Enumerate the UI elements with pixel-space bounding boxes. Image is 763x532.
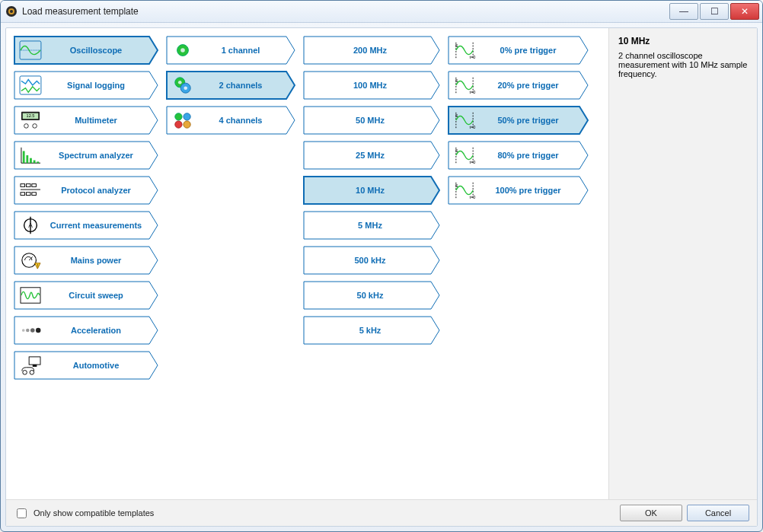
option-label: 200 MHz: [312, 46, 428, 55]
option-label: Current measurements: [46, 221, 146, 230]
svg-point-44: [30, 328, 35, 333]
signal-logging-icon: [18, 75, 43, 96]
svg-text:12.5: 12.5: [27, 113, 35, 118]
spectrum-analyzer-icon: [18, 145, 43, 166]
option-label: 0% pre trigger: [480, 46, 576, 55]
option-pt100[interactable]: s t=0 100% pre trigger: [448, 176, 589, 205]
option-acceleration[interactable]: Acceleration: [14, 316, 158, 345]
option-oscilloscope[interactable]: Oscilloscope: [14, 36, 158, 65]
svg-point-2: [10, 10, 13, 13]
svg-point-63: [184, 121, 190, 128]
svg-rect-19: [30, 158, 32, 164]
option-pt20[interactable]: s t=0 20% pre trigger: [448, 71, 589, 100]
svg-text:t=0: t=0: [470, 160, 476, 164]
svg-text:t=0: t=0: [470, 195, 476, 199]
option-label: Automotive: [46, 361, 146, 370]
svg-rect-40: [21, 288, 40, 303]
svg-rect-25: [32, 184, 37, 187]
mains-power-icon: !: [18, 250, 43, 271]
svg-point-12: [24, 124, 29, 129]
category-column: Oscilloscope Signal logging 12.5 Multime…: [14, 36, 158, 492]
current-measurements-icon: A: [18, 215, 43, 236]
svg-rect-47: [29, 357, 40, 365]
svg-rect-21: [37, 161, 39, 163]
option-5khz[interactable]: 5 kHz: [303, 316, 440, 345]
svg-rect-17: [23, 151, 25, 163]
option-label: 2 channels: [198, 81, 283, 90]
option-100mhz[interactable]: 100 MHz: [303, 71, 440, 100]
option-label: Mains power: [46, 256, 146, 265]
info-description: 2 channel oscilloscope measurement with …: [618, 51, 747, 78]
only-show-compatible-checkbox[interactable]: [17, 508, 27, 518]
option-pt80[interactable]: s t=0 80% pre trigger: [448, 141, 589, 170]
pretrigger-icon: s t=0: [452, 180, 477, 201]
option-label: 25 MHz: [312, 151, 428, 160]
window-title: Load measurement template: [22, 6, 668, 17]
svg-rect-48: [33, 365, 37, 367]
option-label: 100% pre trigger: [480, 186, 576, 195]
cancel-button[interactable]: Cancel: [687, 505, 749, 521]
app-icon: [5, 5, 18, 18]
svg-point-13: [33, 124, 37, 129]
svg-rect-27: [26, 193, 30, 196]
option-25mhz[interactable]: 25 MHz: [303, 141, 440, 170]
option-label: Oscilloscope: [46, 46, 146, 55]
option-label: 500 kHz: [312, 256, 428, 265]
svg-rect-20: [34, 161, 36, 164]
option-label: 5 MHz: [312, 221, 428, 230]
minimize-button[interactable]: —: [669, 3, 698, 20]
svg-point-62: [175, 121, 182, 128]
option-500khz[interactable]: 500 kHz: [303, 246, 440, 275]
option-pt50[interactable]: s t=0 50% pre trigger: [448, 106, 589, 135]
option-2ch[interactable]: 2 channels: [166, 71, 295, 100]
close-button[interactable]: ✕: [730, 3, 759, 20]
info-panel: 10 MHz 2 channel oscilloscope measuremen…: [608, 28, 757, 499]
option-automotive[interactable]: Automotive: [14, 351, 158, 380]
option-200mhz[interactable]: 200 MHz: [303, 36, 440, 65]
option-current-measurements[interactable]: A Current measurements: [14, 211, 158, 240]
option-pt0[interactable]: s t=0 0% pre trigger: [448, 36, 589, 65]
option-signal-logging[interactable]: Signal logging: [14, 71, 158, 100]
svg-text:t=0: t=0: [470, 125, 476, 129]
option-protocol-analyzer[interactable]: Protocol analyzer: [14, 176, 158, 205]
option-spectrum-analyzer[interactable]: Spectrum analyzer: [14, 141, 158, 170]
oscilloscope-icon: [18, 40, 43, 61]
option-label: Signal logging: [46, 81, 146, 90]
svg-point-60: [175, 113, 182, 120]
option-label: 1 channel: [198, 46, 283, 55]
svg-point-45: [36, 328, 41, 333]
option-50khz[interactable]: 50 kHz: [303, 281, 440, 310]
option-multimeter[interactable]: 12.5 Multimeter: [14, 106, 158, 135]
svg-rect-26: [21, 193, 25, 196]
svg-point-43: [26, 329, 30, 333]
channel2-icon: [171, 75, 195, 96]
ok-button[interactable]: OK: [620, 505, 682, 521]
option-5mhz[interactable]: 5 MHz: [303, 211, 440, 240]
option-1ch[interactable]: 1 channel: [166, 36, 295, 65]
channel4-icon: [171, 110, 195, 131]
option-label: 4 channels: [198, 116, 283, 125]
dialog-footer: Only show compatible templates OK Cancel: [6, 499, 757, 526]
channel1-icon: [171, 40, 195, 61]
template-columns: Oscilloscope Signal logging 12.5 Multime…: [6, 28, 608, 499]
option-50mhz[interactable]: 50 MHz: [303, 106, 440, 135]
load-measurement-template-dialog: Load measurement template — ☐ ✕ Oscillos…: [0, 0, 763, 532]
protocol-analyzer-icon: [18, 180, 43, 201]
option-label: 50 MHz: [312, 116, 428, 125]
option-4ch[interactable]: 4 channels: [166, 106, 295, 135]
option-label: 80% pre trigger: [480, 151, 576, 160]
svg-point-56: [178, 81, 182, 84]
maximize-button[interactable]: ☐: [700, 3, 729, 20]
option-mains-power[interactable]: ! Mains power: [14, 246, 158, 275]
info-title: 10 MHz: [618, 36, 748, 46]
svg-rect-24: [26, 184, 30, 187]
svg-point-61: [184, 113, 190, 120]
option-circuit-sweep[interactable]: Circuit sweep: [14, 281, 158, 310]
option-10mhz[interactable]: 10 MHz: [303, 176, 440, 205]
only-show-compatible-row[interactable]: Only show compatible templates: [14, 506, 615, 521]
option-label: Multimeter: [46, 116, 146, 125]
option-label: Circuit sweep: [46, 291, 146, 300]
only-show-compatible-label: Only show compatible templates: [34, 508, 154, 518]
pretrigger-icon: s t=0: [452, 40, 477, 61]
svg-rect-7: [20, 76, 41, 94]
